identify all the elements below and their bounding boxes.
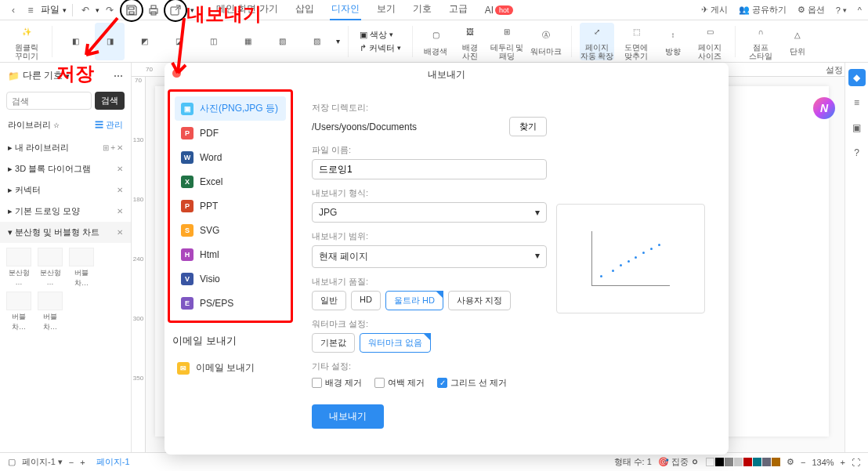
page-remove-button[interactable]: − bbox=[69, 458, 74, 467]
canvasfit-button[interactable]: ⬚도면에 맞추기 bbox=[619, 23, 653, 60]
theme-3[interactable]: ◩ bbox=[129, 23, 159, 60]
page-tab[interactable]: 페이지-1 bbox=[92, 455, 135, 469]
border-button[interactable]: ⊞테두리 및 패딩 bbox=[490, 23, 524, 60]
watermark-button[interactable]: Ⓐ워터마크 bbox=[529, 23, 563, 60]
rightbar-layers-icon[interactable]: ▣ bbox=[848, 119, 866, 136]
removegrid-checkbox[interactable]: ✓그리드 선 제거 bbox=[437, 377, 507, 389]
removebg-checkbox[interactable]: 배경 제거 bbox=[312, 377, 362, 389]
export-format-word[interactable]: W Word bbox=[175, 146, 286, 169]
removemargin-checkbox[interactable]: 여백 제거 bbox=[374, 377, 425, 389]
theme-6[interactable]: ▦ bbox=[233, 23, 262, 60]
exportrange-select[interactable]: 현재 페이지▾ bbox=[312, 245, 547, 268]
export-dropdown-icon[interactable]: ▾ bbox=[190, 6, 194, 14]
theme-4[interactable]: ◪ bbox=[164, 23, 193, 60]
watermark-none[interactable]: 워터마크 없음 bbox=[360, 333, 431, 353]
search-input[interactable] bbox=[6, 92, 92, 110]
search-button[interactable]: 검색 bbox=[95, 92, 125, 110]
share-button[interactable]: 👥 공유하기 bbox=[739, 4, 787, 16]
thumb-bubble-3[interactable]: 버블 차… bbox=[36, 292, 64, 332]
save-button[interactable] bbox=[125, 3, 139, 17]
rightbar-help-icon[interactable]: ? bbox=[848, 144, 866, 161]
tab-symbol[interactable]: 기호 bbox=[411, 0, 433, 20]
direction-button[interactable]: ↕방향 bbox=[658, 23, 688, 60]
thumb-scatter-1[interactable]: 분산형 … bbox=[5, 248, 33, 288]
pages-icon[interactable]: ▢ bbox=[8, 457, 16, 467]
undo-dropdown-icon[interactable]: ▾ bbox=[96, 6, 99, 14]
export-format-html[interactable]: H Html bbox=[175, 243, 286, 266]
library-link[interactable]: 라이브러리 ☆ bbox=[8, 119, 60, 131]
connector-dropdown[interactable]: ↱커넥터▾ bbox=[360, 42, 401, 54]
oneclick-decorate-button[interactable]: ✨ 원클릭 꾸미기 bbox=[9, 23, 44, 60]
tab-ai[interactable]: AI hot bbox=[483, 0, 515, 20]
lib-item-mylib[interactable]: ▸ 내 라이브러리 ⊞+✕ bbox=[0, 137, 131, 158]
export-format-excel[interactable]: X Excel bbox=[175, 170, 286, 194]
fullscreen-icon[interactable]: ⛶ bbox=[852, 458, 860, 467]
page-selector[interactable]: 페이지-1 ▾ bbox=[22, 456, 63, 468]
quality-custom[interactable]: 사용자 지정 bbox=[448, 291, 511, 310]
tab-design[interactable]: 디자인 bbox=[330, 0, 361, 20]
watermark-default[interactable]: 기본값 bbox=[312, 333, 355, 353]
export-format-pdf[interactable]: P PDF bbox=[175, 121, 286, 145]
export-button[interactable] bbox=[168, 3, 183, 17]
theme-5[interactable]: ◫ bbox=[198, 23, 228, 60]
theme-1[interactable]: ◧ bbox=[60, 23, 90, 60]
rightbar-style-icon[interactable]: ◆ bbox=[848, 69, 866, 86]
email-send-button[interactable]: ✉ 이메일 보내기 bbox=[165, 356, 293, 380]
lib-item-3dblock[interactable]: ▸ 3D 블록 다이어그램 ✕ bbox=[0, 158, 131, 179]
quality-ultra[interactable]: 울트라 HD bbox=[385, 291, 443, 310]
theme-more-icon[interactable]: ▾ bbox=[336, 37, 340, 45]
thumb-scatter-2[interactable]: 분산형 … bbox=[36, 248, 64, 288]
symbol-panel-header[interactable]: 📁 다른 기호 ▾ bbox=[8, 69, 70, 82]
options-button[interactable]: ⚙ 옵션 bbox=[797, 4, 825, 16]
ai-assistant-button[interactable]: N bbox=[813, 97, 835, 119]
up-button[interactable]: ^ bbox=[858, 5, 862, 15]
theme-8[interactable]: ▨ bbox=[302, 23, 331, 60]
color-swatches[interactable] bbox=[706, 458, 780, 466]
zoom-out-button[interactable]: − bbox=[801, 458, 805, 467]
export-format-svg[interactable]: S SVG bbox=[175, 219, 286, 242]
quality-normal[interactable]: 일반 bbox=[312, 291, 346, 310]
bgcolor-button[interactable]: ▢배경색 bbox=[421, 23, 450, 60]
export-submit-button[interactable]: 내보내기 bbox=[312, 404, 384, 429]
focus-toggle[interactable]: 🎯 집중 ⭘ bbox=[658, 456, 700, 468]
publish-button[interactable]: ✈ 게시 bbox=[701, 4, 728, 16]
more-icon[interactable]: ⋯ bbox=[114, 71, 123, 82]
export-format-pseps[interactable]: E PS/EPS bbox=[175, 292, 286, 315]
color-picker-icon[interactable]: ⚙ bbox=[787, 457, 794, 467]
zoom-in-button[interactable]: + bbox=[841, 458, 845, 467]
exportformat-select[interactable]: JPG▾ bbox=[312, 202, 547, 223]
zoom-level[interactable]: 134% bbox=[812, 458, 834, 467]
export-format-visio[interactable]: V Visio bbox=[175, 267, 286, 291]
undo-button[interactable]: ↶ bbox=[78, 3, 92, 17]
browse-button[interactable]: 찾기 bbox=[509, 117, 547, 136]
thumb-bubble-2[interactable]: 버블 차… bbox=[5, 292, 33, 332]
file-menu-dropdown-icon[interactable]: ▾ bbox=[63, 6, 67, 14]
unit-button[interactable]: △단위 bbox=[783, 23, 812, 60]
tab-insert[interactable]: 삽입 bbox=[294, 0, 316, 20]
tab-view[interactable]: 보기 bbox=[375, 0, 397, 20]
export-format-ppt[interactable]: P PPT bbox=[175, 194, 286, 218]
jumpstyle-button[interactable]: ∩점프 스타일 bbox=[743, 23, 778, 60]
redo-button[interactable]: ↷ bbox=[103, 3, 117, 17]
filename-input[interactable] bbox=[312, 159, 547, 179]
pagesize-button[interactable]: ▭페이지 사이즈 bbox=[693, 23, 727, 60]
file-menu[interactable]: 파일 bbox=[41, 3, 60, 16]
pageauto-button[interactable]: ⤢페이지 자동 확장 bbox=[580, 23, 614, 60]
back-button[interactable]: ‹ bbox=[6, 3, 20, 17]
hamburger-icon[interactable]: ≡ bbox=[24, 3, 38, 17]
bgimage-button[interactable]: 🖼배경 사진 bbox=[455, 23, 485, 60]
shape-color-dropdown[interactable]: ▣색상▾ bbox=[360, 29, 401, 41]
rightbar-text-icon[interactable]: ≡ bbox=[848, 94, 866, 111]
export-format-image[interactable]: ▣ 사진(PNG,JPG 등) bbox=[175, 96, 286, 121]
tab-main[interactable]: 메인 화면 가기 bbox=[215, 0, 280, 20]
manage-link[interactable]: ☰ 관리 bbox=[95, 119, 123, 131]
quality-hd[interactable]: HD bbox=[351, 291, 381, 310]
tab-advanced[interactable]: 고급 bbox=[447, 0, 469, 20]
page-add-button[interactable]: + bbox=[80, 458, 85, 467]
lib-item-scatter[interactable]: ▾ 분산형 및 버블형 차트 ✕ bbox=[0, 222, 131, 243]
theme-2[interactable]: ◨ bbox=[95, 23, 125, 60]
thumb-bubble-1[interactable]: 버블 차… bbox=[67, 248, 96, 288]
theme-7[interactable]: ▧ bbox=[267, 23, 297, 60]
print-button[interactable] bbox=[146, 3, 161, 17]
lib-item-connector[interactable]: ▸ 커넥터 ✕ bbox=[0, 179, 131, 201]
